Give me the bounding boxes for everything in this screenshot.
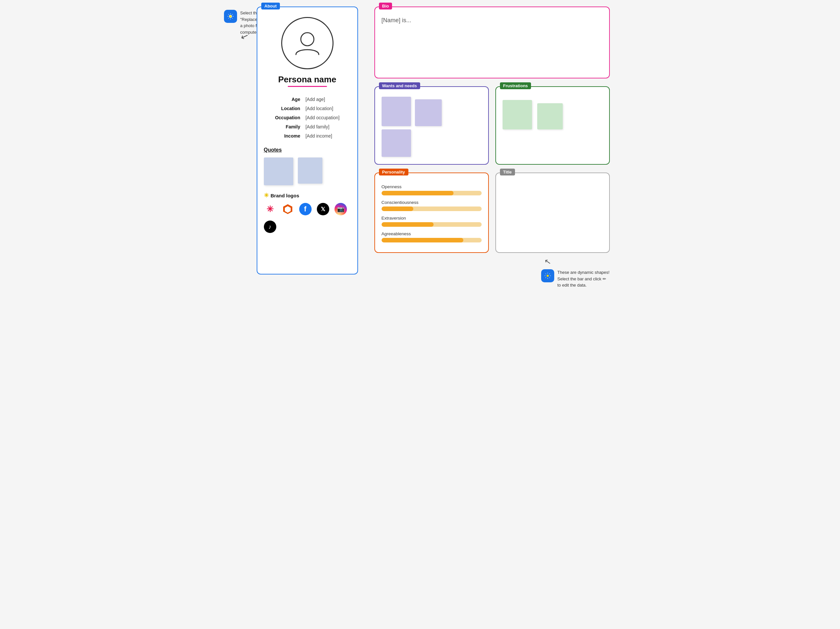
bar-track-extraversion[interactable]	[382, 222, 482, 227]
avatar-section[interactable]	[264, 17, 351, 69]
avatar-circle	[281, 17, 333, 69]
table-row[interactable]: Occupation [Add occupation]	[264, 113, 351, 122]
age-value[interactable]: [Add age]	[303, 95, 351, 104]
brand-logos-section: ✳ Brand logos ✳ f 𝕏 📷	[264, 192, 351, 233]
bio-card: Bio [Name] is...	[374, 6, 610, 79]
info-table: Age [Add age] Location [Add location] Oc…	[264, 95, 351, 140]
quote-note-1[interactable]	[264, 158, 293, 185]
trait-name-openness: Openness	[382, 184, 482, 189]
family-value[interactable]: [Add family]	[303, 122, 351, 131]
personality-label[interactable]: Personality	[379, 169, 408, 175]
trait-conscientiousness[interactable]: Conscientiousness	[382, 200, 482, 211]
location-value[interactable]: [Add location]	[303, 104, 351, 113]
sparkle-icon: ✳	[264, 192, 269, 199]
wants-note-2[interactable]	[415, 99, 442, 126]
persona-name[interactable]: Persona name	[264, 74, 351, 85]
middle-row: Wants and needs Frustrations	[374, 86, 610, 165]
bottom-tip-inner: These are dynamic shapes! Select the bar…	[541, 269, 610, 288]
svg-point-1	[229, 15, 231, 17]
wants-note-1[interactable]	[382, 97, 411, 126]
frustration-note-1[interactable]	[502, 100, 532, 129]
bio-text[interactable]: [Name] is...	[382, 14, 603, 24]
brand-icons-row: ✳ f 𝕏 📷 ♪	[264, 203, 351, 233]
title-label[interactable]: Title	[500, 169, 515, 175]
brand-logos-title: ✳ Brand logos	[264, 192, 351, 199]
income-label: Income	[264, 131, 303, 140]
frustrations-label[interactable]: Frustrations	[500, 82, 531, 89]
svg-point-5	[546, 275, 548, 277]
wants-row-1	[382, 97, 482, 126]
trait-agreeableness[interactable]: Agreeableness	[382, 231, 482, 243]
personality-traits: Openness Conscientiousness Extraversion	[382, 184, 482, 243]
tip-icon-bottom	[541, 269, 554, 282]
table-row[interactable]: Age [Add age]	[264, 95, 351, 104]
brand-icon-instagram[interactable]: 📷	[335, 203, 347, 215]
tip-text-bottom: These are dynamic shapes! Select the bar…	[557, 269, 610, 288]
trait-openness[interactable]: Openness	[382, 184, 482, 195]
frustration-note-2[interactable]	[537, 103, 563, 129]
bottom-tip-container: ↙ These are dynamic shapes! Select the b…	[374, 269, 610, 288]
bar-track-agreeableness[interactable]	[382, 238, 482, 243]
trait-name-conscientiousness: Conscientiousness	[382, 200, 482, 205]
trait-extraversion[interactable]: Extraversion	[382, 216, 482, 227]
brand-icon-hex[interactable]	[281, 203, 294, 215]
wants-row-2	[382, 129, 482, 157]
bar-fill-extraversion	[382, 222, 434, 227]
brand-icon-asterisk[interactable]: ✳	[264, 203, 276, 215]
bar-track-conscientiousness[interactable]	[382, 207, 482, 211]
right-panels: Bio [Name] is... Wants and needs	[374, 6, 610, 288]
title-card: Title	[495, 172, 610, 253]
svg-point-2	[301, 33, 314, 46]
canvas: Select the icon and click "Replace Image…	[224, 6, 616, 301]
bio-label[interactable]: Bio	[379, 3, 392, 9]
trait-name-agreeableness: Agreeableness	[382, 231, 482, 236]
wants-label[interactable]: Wants and needs	[379, 82, 420, 89]
quotes-sticky-notes	[264, 158, 351, 185]
bottom-tip: ↙ These are dynamic shapes! Select the b…	[541, 269, 610, 288]
brand-icon-facebook[interactable]: f	[299, 203, 312, 215]
personality-card: Personality Openness Conscientiousness	[374, 172, 489, 253]
age-label: Age	[264, 95, 303, 104]
about-label[interactable]: About	[261, 3, 280, 9]
bar-fill-conscientiousness	[382, 207, 414, 211]
table-row[interactable]: Location [Add location]	[264, 104, 351, 113]
bar-track-openness[interactable]	[382, 191, 482, 195]
persona-underline	[288, 86, 327, 87]
wants-card: Wants and needs	[374, 86, 489, 165]
bar-fill-openness	[382, 191, 453, 195]
quote-note-2[interactable]	[298, 158, 322, 184]
table-row[interactable]: Family [Add family]	[264, 122, 351, 131]
trait-name-extraversion: Extraversion	[382, 216, 482, 221]
brand-icon-x[interactable]: 𝕏	[317, 203, 329, 215]
family-label: Family	[264, 122, 303, 131]
table-row[interactable]: Income [Add income]	[264, 131, 351, 140]
occupation-label: Occupation	[264, 113, 303, 122]
bottom-row: Personality Openness Conscientiousness	[374, 172, 610, 253]
quotes-title[interactable]: Quotes	[264, 147, 351, 153]
frustrations-notes	[502, 100, 603, 129]
frustrations-card: Frustrations	[495, 86, 610, 165]
tip-icon-top	[224, 10, 237, 23]
bar-fill-agreeableness	[382, 238, 464, 243]
income-value[interactable]: [Add income]	[303, 131, 351, 140]
arrow-bottom: ↙	[543, 257, 552, 267]
wants-note-3[interactable]	[382, 129, 411, 157]
location-label: Location	[264, 104, 303, 113]
occupation-value[interactable]: [Add occupation]	[303, 113, 351, 122]
about-card: About Persona name Age [Add age] Locatio…	[257, 6, 358, 274]
brand-icon-tiktok[interactable]: ♪	[264, 221, 276, 233]
wants-notes	[382, 97, 482, 157]
